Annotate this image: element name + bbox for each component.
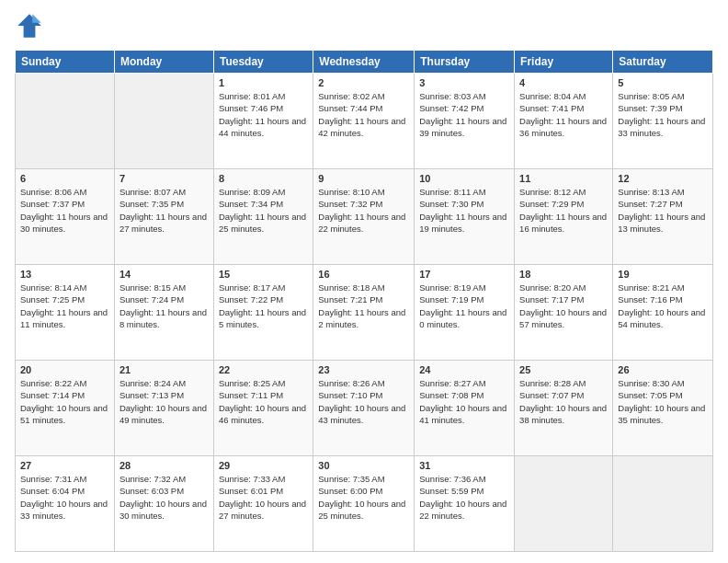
- calendar-cell: 3Sunrise: 8:03 AMSunset: 7:42 PMDaylight…: [415, 74, 515, 169]
- sunset-text: Sunset: 7:42 PM: [419, 103, 483, 113]
- day-number: 25: [519, 364, 608, 375]
- sunrise-text: Sunrise: 8:14 AM: [20, 282, 86, 293]
- calendar-cell: 26Sunrise: 8:30 AMSunset: 7:05 PMDayligh…: [613, 361, 713, 456]
- header-day-tuesday: Tuesday: [213, 51, 313, 74]
- day-number: 31: [419, 460, 509, 471]
- sunset-text: Sunset: 7:39 PM: [618, 103, 682, 113]
- day-info: Sunrise: 8:25 AMSunset: 7:11 PMDaylight:…: [219, 377, 308, 426]
- daylight-text: Daylight: 11 hours and 13 minutes.: [618, 212, 705, 234]
- calendar-cell: 8Sunrise: 8:09 AMSunset: 7:34 PMDaylight…: [213, 169, 313, 265]
- day-number: 26: [618, 364, 708, 375]
- sunset-text: Sunset: 7:32 PM: [318, 199, 382, 209]
- day-number: 5: [618, 77, 708, 88]
- calendar-cell: 19Sunrise: 8:21 AMSunset: 7:16 PMDayligh…: [613, 265, 713, 361]
- sunrise-text: Sunrise: 8:04 AM: [519, 91, 586, 101]
- sunrise-text: Sunrise: 7:33 AM: [219, 474, 285, 484]
- day-info: Sunrise: 8:18 AMSunset: 7:21 PMDaylight:…: [318, 282, 409, 330]
- sunset-text: Sunset: 6:01 PM: [219, 486, 283, 496]
- sunset-text: Sunset: 7:11 PM: [219, 390, 283, 400]
- day-number: 6: [20, 173, 109, 184]
- calendar-cell: 13Sunrise: 8:14 AMSunset: 7:25 PMDayligh…: [16, 265, 115, 361]
- day-number: 13: [20, 269, 109, 280]
- day-number: 22: [219, 364, 308, 375]
- daylight-text: Daylight: 11 hours and 8 minutes.: [119, 307, 207, 329]
- sunset-text: Sunset: 7:37 PM: [20, 199, 85, 209]
- sunrise-text: Sunrise: 7:31 AM: [20, 474, 86, 484]
- day-number: 8: [219, 173, 308, 184]
- logo-icon: [15, 11, 44, 40]
- day-info: Sunrise: 8:10 AMSunset: 7:32 PMDaylight:…: [318, 186, 409, 235]
- day-number: 9: [318, 173, 409, 184]
- calendar-cell: 21Sunrise: 8:24 AMSunset: 7:13 PMDayligh…: [114, 361, 213, 456]
- svg-marker-1: [32, 14, 41, 23]
- day-number: 7: [119, 173, 209, 184]
- day-number: 19: [618, 269, 708, 280]
- calendar-cell: 15Sunrise: 8:17 AMSunset: 7:22 PMDayligh…: [213, 265, 313, 361]
- daylight-text: Daylight: 11 hours and 22 minutes.: [318, 212, 405, 234]
- calendar-cell: 16Sunrise: 8:18 AMSunset: 7:21 PMDayligh…: [313, 265, 415, 361]
- daylight-text: Daylight: 11 hours and 5 minutes.: [219, 307, 306, 329]
- sunrise-text: Sunrise: 8:26 AM: [318, 378, 384, 388]
- calendar-cell: 5Sunrise: 8:05 AMSunset: 7:39 PMDaylight…: [613, 74, 713, 169]
- calendar-cell: 11Sunrise: 8:12 AMSunset: 7:29 PMDayligh…: [515, 169, 613, 265]
- day-info: Sunrise: 8:13 AMSunset: 7:27 PMDaylight:…: [618, 186, 708, 235]
- sunset-text: Sunset: 7:16 PM: [618, 294, 682, 304]
- day-info: Sunrise: 8:30 AMSunset: 7:05 PMDaylight:…: [618, 377, 708, 426]
- calendar-cell: 22Sunrise: 8:25 AMSunset: 7:11 PMDayligh…: [213, 361, 313, 456]
- daylight-text: Daylight: 10 hours and 30 minutes.: [119, 499, 207, 521]
- sunrise-text: Sunrise: 8:01 AM: [219, 91, 285, 101]
- day-info: Sunrise: 8:11 AMSunset: 7:30 PMDaylight:…: [419, 186, 509, 235]
- header-row: SundayMondayTuesdayWednesdayThursdayFrid…: [16, 51, 713, 74]
- day-info: Sunrise: 8:06 AMSunset: 7:37 PMDaylight:…: [20, 186, 109, 235]
- day-number: 15: [219, 269, 308, 280]
- page: SundayMondayTuesdayWednesdayThursdayFrid…: [0, 0, 728, 563]
- day-number: 29: [219, 460, 308, 471]
- week-row-3: 13Sunrise: 8:14 AMSunset: 7:25 PMDayligh…: [16, 265, 713, 361]
- day-info: Sunrise: 7:36 AMSunset: 5:59 PMDaylight:…: [419, 473, 509, 522]
- calendar-cell: 1Sunrise: 8:01 AMSunset: 7:46 PMDaylight…: [213, 74, 313, 169]
- daylight-text: Daylight: 10 hours and 38 minutes.: [519, 403, 607, 425]
- calendar-cell: 7Sunrise: 8:07 AMSunset: 7:35 PMDaylight…: [114, 169, 213, 265]
- sunrise-text: Sunrise: 8:03 AM: [419, 91, 485, 101]
- sunset-text: Sunset: 7:07 PM: [519, 390, 584, 400]
- day-number: 30: [318, 460, 409, 471]
- week-row-4: 20Sunrise: 8:22 AMSunset: 7:14 PMDayligh…: [16, 361, 713, 456]
- week-row-1: 1Sunrise: 8:01 AMSunset: 7:46 PMDaylight…: [16, 74, 713, 169]
- header-day-monday: Monday: [114, 51, 213, 74]
- sunset-text: Sunset: 7:19 PM: [419, 294, 483, 304]
- day-number: 12: [618, 173, 708, 184]
- day-number: 14: [119, 269, 209, 280]
- sunset-text: Sunset: 7:35 PM: [119, 199, 184, 209]
- sunrise-text: Sunrise: 8:13 AM: [618, 187, 684, 197]
- calendar-cell: 14Sunrise: 8:15 AMSunset: 7:24 PMDayligh…: [114, 265, 213, 361]
- daylight-text: Daylight: 10 hours and 46 minutes.: [219, 403, 306, 425]
- calendar-cell: [16, 74, 115, 169]
- sunset-text: Sunset: 7:22 PM: [219, 294, 283, 304]
- daylight-text: Daylight: 10 hours and 25 minutes.: [318, 499, 405, 521]
- sunrise-text: Sunrise: 8:28 AM: [519, 378, 586, 388]
- day-info: Sunrise: 8:03 AMSunset: 7:42 PMDaylight:…: [419, 90, 509, 139]
- sunrise-text: Sunrise: 8:22 AM: [20, 378, 86, 388]
- daylight-text: Daylight: 11 hours and 11 minutes.: [20, 307, 108, 329]
- daylight-text: Daylight: 10 hours and 35 minutes.: [618, 403, 705, 425]
- day-number: 16: [318, 269, 409, 280]
- sunrise-text: Sunrise: 8:09 AM: [219, 187, 285, 197]
- daylight-text: Daylight: 11 hours and 16 minutes.: [519, 212, 607, 234]
- sunrise-text: Sunrise: 8:30 AM: [618, 378, 684, 388]
- sunrise-text: Sunrise: 8:20 AM: [519, 282, 586, 293]
- sunrise-text: Sunrise: 8:17 AM: [219, 282, 285, 293]
- daylight-text: Daylight: 11 hours and 42 minutes.: [318, 116, 405, 138]
- header-day-thursday: Thursday: [415, 51, 515, 74]
- day-number: 11: [519, 173, 608, 184]
- sunset-text: Sunset: 7:08 PM: [419, 390, 483, 400]
- sunset-text: Sunset: 7:21 PM: [318, 294, 382, 304]
- calendar-cell: 2Sunrise: 8:02 AMSunset: 7:44 PMDaylight…: [313, 74, 415, 169]
- week-row-5: 27Sunrise: 7:31 AMSunset: 6:04 PMDayligh…: [16, 456, 713, 552]
- sunrise-text: Sunrise: 8:18 AM: [318, 282, 384, 293]
- daylight-text: Daylight: 10 hours and 27 minutes.: [219, 499, 306, 521]
- calendar-header: SundayMondayTuesdayWednesdayThursdayFrid…: [16, 51, 713, 74]
- header: [15, 11, 713, 40]
- day-info: Sunrise: 8:26 AMSunset: 7:10 PMDaylight:…: [318, 377, 409, 426]
- svg-marker-0: [17, 14, 41, 38]
- daylight-text: Daylight: 11 hours and 39 minutes.: [419, 116, 506, 138]
